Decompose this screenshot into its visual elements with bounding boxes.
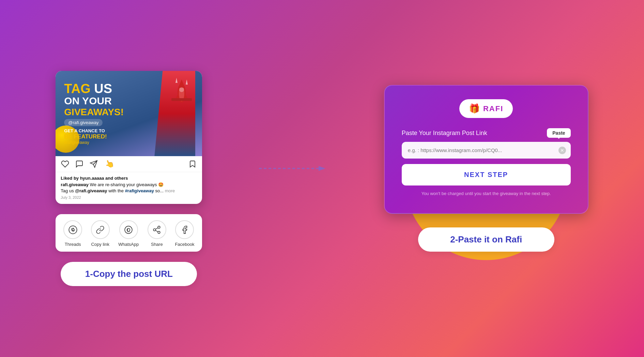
svg-point-14 — [158, 231, 160, 234]
pointer-hand-icon: 👆 — [104, 158, 116, 170]
post-text: rafi.giveaway We are re-sharing your giv… — [61, 182, 197, 194]
post-tag-handle: @rafi.giveaway — [75, 188, 107, 193]
post-actions: 👆 — [56, 156, 202, 172]
post-text-with: with the — [108, 188, 125, 193]
url-input-wrapper: ✕ — [402, 142, 571, 159]
svg-line-16 — [156, 228, 158, 229]
share-row: Threads Copy link WhatsApp — [56, 214, 202, 252]
disclaimer-text: You won't be charged until you start the… — [402, 191, 571, 196]
step-2-label: 2-Paste it on Rafi — [450, 234, 522, 244]
post-content: Liked by hyun.aaaaa and others rafi.give… — [56, 172, 202, 204]
post-hashtag-link: #rafigiveaway — [125, 188, 154, 193]
liked-by: Liked by hyun.aaaaa and others — [61, 176, 197, 181]
comment-icon[interactable] — [75, 160, 84, 168]
svg-point-11 — [125, 226, 132, 234]
left-action-icons: 👆 — [61, 160, 114, 168]
next-step-button[interactable]: NEXT STEP — [402, 164, 571, 185]
right-section: 🎁 RAFI Paste Your Instagram Post Link Pa… — [384, 85, 588, 252]
share-item-whatsapp[interactable]: WhatsApp — [118, 220, 139, 247]
svg-marker-18 — [319, 166, 325, 171]
copy-link-icon — [91, 220, 110, 239]
post-text-tag: Tag us — [61, 188, 75, 193]
facebook-icon — [175, 220, 194, 239]
instagram-card: TAG US ON YOUR GIVEAWAYS! @rafi.giveaway… — [56, 71, 202, 204]
post-text-so: so... — [155, 188, 165, 193]
get-chance-text: GET A CHANCE TO — [64, 128, 194, 133]
paste-button[interactable]: Paste — [547, 128, 570, 138]
share-item-share[interactable]: Share — [148, 220, 166, 247]
step-1-label: 1-Copy the post URL — [85, 269, 173, 279]
share-item-threads[interactable]: Threads — [63, 220, 82, 247]
share-icon[interactable] — [89, 160, 98, 168]
giveaways-text: GIVEAWAYS! — [64, 107, 194, 118]
tag-text: TAG US — [64, 82, 194, 95]
threads-icon — [63, 220, 82, 239]
svg-point-13 — [154, 228, 156, 231]
rafi-card: 🎁 RAFI Paste Your Instagram Post Link Pa… — [384, 85, 588, 214]
post-text-body: We are re-sharing your giveaways 🤩 — [90, 182, 164, 187]
post-image: TAG US ON YOUR GIVEAWAYS! @rafi.giveaway… — [56, 71, 202, 156]
rafi-name-text: RAFI — [483, 104, 503, 113]
general-share-icon — [148, 220, 166, 239]
share-item-facebook[interactable]: Facebook — [175, 220, 194, 247]
copy-link-label: Copy link — [91, 242, 109, 247]
middle-arrow — [259, 163, 327, 174]
tag-word: TAG — [64, 81, 90, 96]
hashtag-text: #rafigiveaway — [64, 140, 194, 145]
featured-text: BE FEATURED! — [64, 133, 194, 140]
handle-badge: @rafi.giveaway — [64, 119, 103, 126]
input-label-text: Paste Your Instagram Post Link — [402, 130, 487, 137]
tag-headline: TAG US ON YOUR GIVEAWAYS! @rafi.giveaway… — [64, 82, 194, 145]
post-username: rafi.giveaway — [61, 182, 89, 187]
post-date: July 3, 2022 — [61, 195, 197, 202]
left-section: TAG US ON YOUR GIVEAWAYS! @rafi.giveaway… — [56, 71, 202, 286]
threads-label: Threads — [65, 242, 81, 247]
post-more-link[interactable]: more — [165, 188, 175, 193]
share-item-copy-link[interactable]: Copy link — [91, 220, 110, 247]
url-input[interactable] — [402, 142, 571, 159]
rafi-gift-icon: 🎁 — [469, 103, 480, 114]
on-your-text: ON YOUR — [64, 95, 194, 107]
facebook-label: Facebook — [175, 242, 194, 247]
whatsapp-label: WhatsApp — [118, 242, 139, 247]
share-label: Share — [151, 242, 163, 247]
input-label-row: Paste Your Instagram Post Link Paste — [402, 128, 571, 138]
svg-line-15 — [156, 230, 158, 232]
whatsapp-icon — [119, 220, 138, 239]
step-1-pill: 1-Copy the post URL — [61, 262, 197, 286]
like-icon[interactable] — [61, 160, 70, 168]
svg-point-12 — [158, 226, 160, 228]
step-2-pill: 2-Paste it on Rafi — [418, 227, 554, 252]
rafi-logo: 🎁 RAFI — [459, 99, 513, 118]
clear-input-button[interactable]: ✕ — [558, 147, 566, 154]
bookmark-icon[interactable] — [188, 160, 197, 168]
dashed-arrow-svg — [259, 163, 327, 174]
